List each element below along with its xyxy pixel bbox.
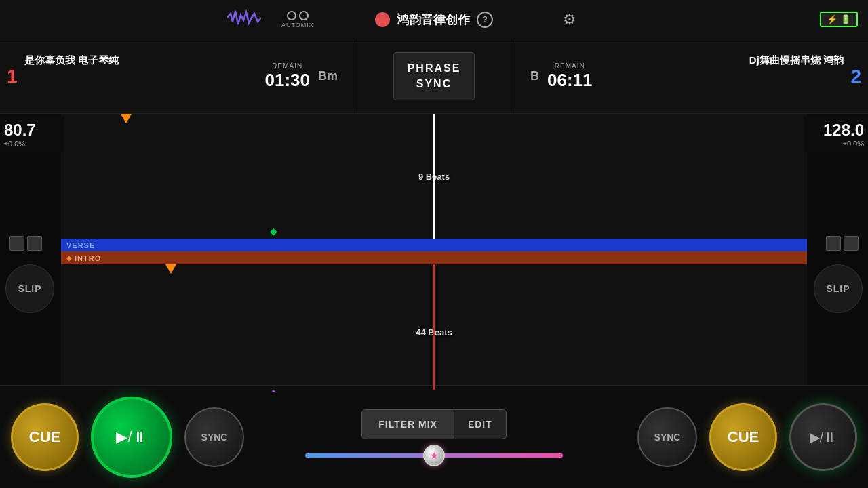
bottom-bar: CUE ▶/⏸ SYNC FILTER MIX EDIT ★ SYN [0,385,868,488]
settings-icon[interactable]: ⚙ [563,11,576,28]
filter-edit-row: FILTER MIX EDIT [361,409,507,439]
intro-label-bar: ◆ INTRO [61,251,807,264]
recording-indicator [375,12,390,27]
deck2-title: Dj舞曲慢摇串烧 鸿韵 [749,54,844,67]
deck1-cue-button[interactable]: CUE [11,403,79,471]
deck1-loop-buttons [9,236,42,251]
deck1-cue-marker: ◆ [270,226,277,237]
phrase-sync-button[interactable]: PHRASESYNC [393,52,475,100]
crossfader-knob[interactable]: ★ [423,445,445,466]
verse-label-bar: VERSE [61,239,807,251]
center-bottom-controls: FILTER MIX EDIT ★ [292,409,576,465]
center-info: 鸿韵音律创作 ? [375,12,493,28]
deck2-cue-marker: ◆ [270,387,277,392]
deck1-remain-time: 01:30 [264,70,310,91]
deck2-sync-button[interactable]: SYNC [637,407,697,467]
deck2-remain-time: 06:11 [547,70,593,91]
deck2-bpm-offset: ±0.0% [808,140,864,148]
automix-label: AUTOMIX [281,22,314,28]
deck1-loop-btn-2[interactable] [27,236,42,251]
deck1-title: 是你辜负我 电子琴纯 [24,54,259,67]
deck1-remain-label: REMAIN [272,62,302,70]
deck1-slip-button[interactable]: SLIP [5,264,54,313]
deck2-key: B [530,69,539,83]
deck2-remain-label: REMAIN [555,62,585,70]
deck2-loop-buttons [826,236,859,251]
deck2-loop-btn-1[interactable] [826,236,841,251]
app-title: 鸿韵音律创作 [397,12,470,28]
deck2-cue-button[interactable]: CUE [709,403,777,471]
deck1-bpm-value: 80.7 [4,121,60,140]
help-icon[interactable]: ? [477,12,493,28]
deck2-bpm: 128.0 ±0.0% [804,117,868,152]
deck2-slip-button[interactable]: SLIP [814,264,863,313]
diamond-marker: ◆ [66,254,72,262]
waveform-icon [227,8,261,31]
automix-button[interactable]: AUTOMIX [281,11,314,28]
verse-label: VERSE [66,241,95,249]
playhead-red [433,264,435,390]
deck2-overview-waveform [654,70,844,98]
deck1-loop-btn-1[interactable] [9,236,24,251]
deck2-controls: SYNC CUE ▶/⏸ [576,403,868,471]
intro-label: INTRO [75,254,101,262]
deck1-info: 1 是你辜负我 电子琴纯 REMAIN 01:30 Bm [0,39,353,113]
center-controls: PHRASESYNC [353,39,515,113]
deck2-remain-block: REMAIN 06:11 [547,62,593,91]
battery-icon: ⚡ 🔋 [820,12,858,27]
deck2-position-marker [165,264,176,274]
deck1-bpm-offset: ±0.0% [4,140,60,148]
filter-mix-button[interactable]: FILTER MIX [361,409,454,439]
track-info-bar: 1 是你辜负我 电子琴纯 REMAIN 01:30 Bm PHRASESYNC … [0,39,868,114]
top-bar: AUTOMIX 鸿韵音律创作 ? ⚙ ⚡ 🔋 [0,0,868,39]
edit-button[interactable]: EDIT [454,409,507,439]
deck1-play-pause-button[interactable]: ▶/⏸ [91,396,172,478]
deck1-number: 1 [7,66,19,87]
deck2-loop-btn-2[interactable] [844,236,859,251]
deck1-position-marker [121,114,132,123]
crossfader-star: ★ [430,450,439,461]
deck1-controls: CUE ▶/⏸ SYNC [0,396,292,478]
deck1-remain-block: REMAIN 01:30 [264,62,310,91]
deck2-number: 2 [849,66,861,87]
deck1-key: Bm [318,69,338,83]
deck1-bpm: 80.7 ±0.0% [0,117,64,152]
playhead-white [433,114,435,239]
crossfader[interactable]: ★ [305,446,563,465]
main-waveform-area: VERSE ◆ INTRO 9 Beats 44 Beats ◆ ◆ [61,114,807,392]
deck2-info: 2 Dj舞曲慢摇串烧 鸿韵 REMAIN 06:11 B [515,39,868,113]
deck2-play-pause-button[interactable]: ▶/⏸ [789,403,857,471]
deck2-bpm-value: 128.0 [808,121,864,140]
deck1-overview-waveform [24,70,214,98]
deck1-sync-button[interactable]: SYNC [184,407,244,467]
